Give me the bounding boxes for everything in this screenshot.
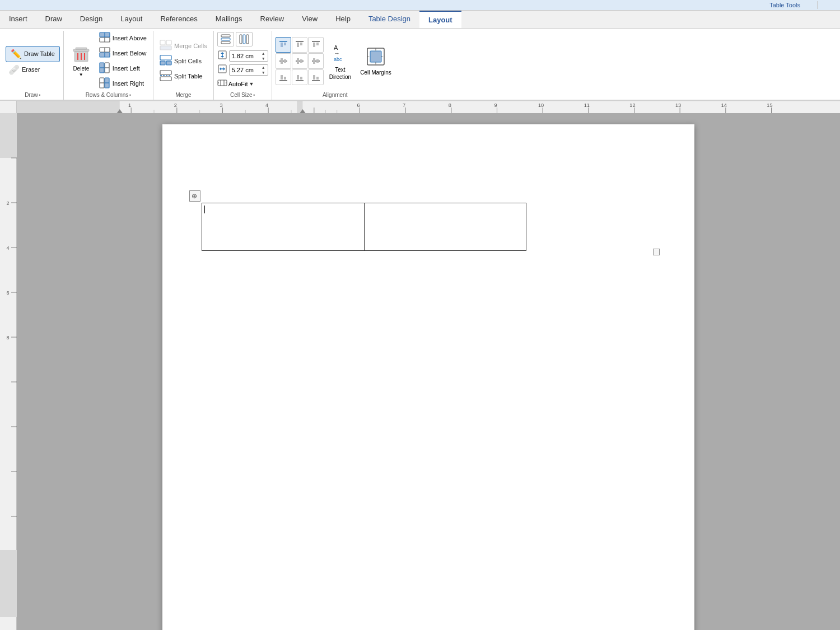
delete-dropdown-arrow[interactable]: ▼ xyxy=(79,72,83,77)
svg-rect-26 xyxy=(160,61,165,65)
svg-rect-129 xyxy=(0,550,17,617)
svg-text:6: 6 xyxy=(6,290,9,296)
align-bottom-center[interactable] xyxy=(292,69,307,85)
split-table-button[interactable]: Split Table xyxy=(157,69,210,83)
split-cells-icon xyxy=(160,55,172,67)
align-middle-center[interactable] xyxy=(292,53,307,69)
svg-rect-54 xyxy=(297,43,299,47)
width-icon xyxy=(217,64,227,76)
eraser-button[interactable]: 🩹 Eraser xyxy=(6,63,60,76)
word-table xyxy=(202,203,526,251)
svg-rect-23 xyxy=(166,40,171,45)
delete-icon xyxy=(71,45,91,65)
svg-rect-57 xyxy=(313,43,315,47)
svg-text:2: 2 xyxy=(174,102,177,108)
svg-text:8: 8 xyxy=(6,335,9,340)
tab-design[interactable]: Design xyxy=(71,11,111,28)
svg-rect-81 xyxy=(370,51,381,62)
merge-cells-button[interactable]: Merge Cells xyxy=(157,39,210,53)
cell-margins-icon xyxy=(366,46,386,68)
height-spin-down[interactable]: ▼ xyxy=(262,56,265,61)
align-middle-right[interactable] xyxy=(308,53,324,69)
svg-rect-36 xyxy=(246,35,249,44)
svg-text:abc: abc xyxy=(334,57,342,62)
svg-rect-128 xyxy=(0,113,17,158)
align-bottom-right[interactable] xyxy=(308,69,324,85)
insert-below-button[interactable]: Insert Below xyxy=(96,46,150,60)
draw-group-expand-icon[interactable]: ▪ xyxy=(39,92,41,97)
tab-help[interactable]: Help xyxy=(326,11,360,28)
rows-columns-expand-icon[interactable]: ▪ xyxy=(129,92,131,97)
align-middle-left[interactable] xyxy=(276,53,291,69)
svg-text:6: 6 xyxy=(357,102,360,108)
cell-size-expand-icon[interactable]: ▪ xyxy=(253,92,255,97)
tab-insert[interactable]: Insert xyxy=(0,11,36,28)
width-spin-down[interactable]: ▼ xyxy=(262,70,265,75)
insert-right-button[interactable]: Insert Right xyxy=(96,76,150,91)
merge-group: Merge Cells Split Cells xyxy=(153,31,214,100)
svg-text:4: 4 xyxy=(265,102,268,108)
distribute-rows-button[interactable] xyxy=(217,32,234,46)
tab-view[interactable]: View xyxy=(293,11,326,28)
split-table-icon xyxy=(160,70,172,82)
height-input[interactable]: 1.82 cm ▲ ▼ xyxy=(229,50,268,62)
delete-button[interactable]: Delete ▼ xyxy=(67,43,95,79)
tab-table-design[interactable]: Table Design xyxy=(360,11,419,28)
autofit-dropdown-arrow[interactable]: ▼ xyxy=(249,81,254,87)
svg-rect-72 xyxy=(297,75,299,80)
autofit-icon xyxy=(217,78,227,90)
svg-marker-40 xyxy=(221,56,224,58)
align-top-center[interactable] xyxy=(292,37,307,53)
ruler-corner xyxy=(0,101,17,113)
svg-rect-52 xyxy=(284,43,286,45)
draw-group: ✏️ Draw Table 🩹 Eraser Draw ▪ xyxy=(2,31,64,100)
tab-draw[interactable]: Draw xyxy=(36,11,71,28)
cell-margins-button[interactable]: Cell Margins xyxy=(357,44,395,78)
draw-table-button[interactable]: ✏️ Draw Table xyxy=(6,46,60,62)
svg-text:10: 10 xyxy=(538,102,544,108)
insert-left-button[interactable]: Insert Left xyxy=(96,61,150,76)
alignment-grid xyxy=(276,37,324,85)
ruler-row: 1 2 3 4 6 7 8 9 10 11 12 13 14 15 xyxy=(0,101,840,113)
align-top-left[interactable] xyxy=(276,37,291,53)
text-direction-button[interactable]: A → abc Text Direction xyxy=(325,39,356,82)
insert-above-button[interactable]: Insert Above xyxy=(96,31,150,45)
width-input[interactable]: 5.27 cm ▲ ▼ xyxy=(229,64,268,76)
table-cell-1[interactable] xyxy=(202,203,365,251)
distribute-cols-button[interactable] xyxy=(236,32,253,46)
table-row xyxy=(202,203,526,251)
svg-rect-64 xyxy=(300,59,302,63)
doc-main-area: 2 4 6 8 ⊕ xyxy=(0,113,840,630)
ribbon-toolbar: ✏️ Draw Table 🩹 Eraser Draw ▪ xyxy=(0,29,840,101)
svg-text:12: 12 xyxy=(629,102,635,108)
tab-mailings[interactable]: Mailings xyxy=(207,11,251,28)
svg-rect-66 xyxy=(313,58,315,64)
page-scroll-area[interactable]: ⊕ xyxy=(17,113,840,630)
horizontal-ruler: 1 2 3 4 6 7 8 9 10 11 12 13 14 15 xyxy=(17,101,840,113)
svg-rect-33 xyxy=(221,41,230,44)
svg-text:9: 9 xyxy=(494,102,497,108)
cell-size-group: 1.82 cm ▲ ▼ xyxy=(214,31,272,100)
tab-layout[interactable]: Layout xyxy=(111,11,151,28)
table-move-handle[interactable]: ⊕ xyxy=(189,190,200,202)
svg-text:14: 14 xyxy=(721,102,727,108)
svg-rect-69 xyxy=(281,75,283,80)
autofit-button[interactable]: AutoFit ▼ xyxy=(217,78,268,90)
rows-columns-group: Delete ▼ Insert xyxy=(64,31,153,100)
svg-text:1: 1 xyxy=(128,102,131,108)
svg-text:8: 8 xyxy=(449,102,451,108)
height-spin-up[interactable]: ▲ xyxy=(262,51,265,56)
split-cells-button[interactable]: Split Cells xyxy=(157,54,210,68)
svg-rect-30 xyxy=(160,77,171,81)
svg-rect-55 xyxy=(300,43,302,45)
table-resize-handle[interactable] xyxy=(653,249,660,255)
align-top-right[interactable] xyxy=(308,37,324,53)
tab-review[interactable]: Review xyxy=(251,11,293,28)
tab-references[interactable]: References xyxy=(151,11,206,28)
svg-rect-61 xyxy=(284,59,286,63)
table-cell-2[interactable] xyxy=(364,203,526,251)
svg-text:11: 11 xyxy=(584,102,590,108)
width-spin-up[interactable]: ▲ xyxy=(262,65,265,70)
align-bottom-left[interactable] xyxy=(276,69,291,85)
tab-layout-active[interactable]: Layout xyxy=(419,11,461,28)
